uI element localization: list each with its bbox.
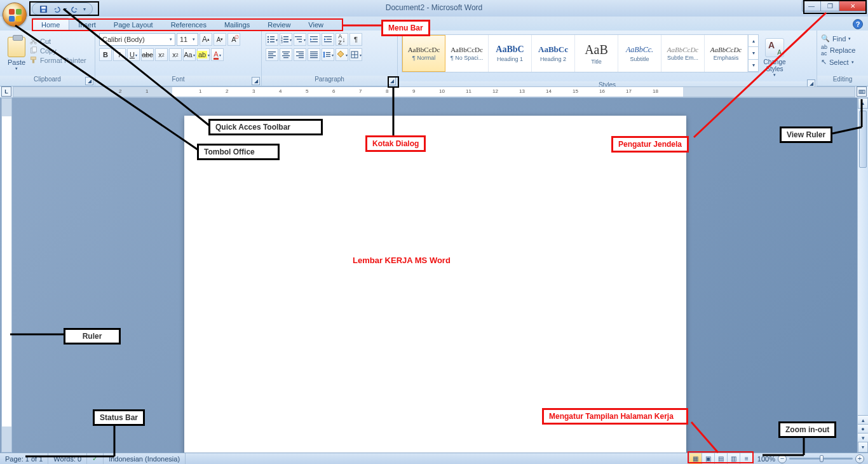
grow-font-icon[interactable]: A▴ bbox=[200, 33, 212, 46]
align-left-button[interactable] bbox=[266, 48, 278, 61]
style-subtitle[interactable]: AaBbCc.Subtitle bbox=[618, 35, 661, 72]
font-name-combo[interactable]: Calibri (Body)▾ bbox=[99, 33, 175, 46]
justify-button[interactable] bbox=[308, 48, 320, 61]
numbering-button[interactable]: 123▾ bbox=[280, 33, 292, 46]
bold-button[interactable]: B bbox=[99, 48, 112, 61]
clipboard-dialog-launcher[interactable]: ◢ bbox=[85, 77, 93, 85]
change-styles-button[interactable]: Change Styles ▾ bbox=[759, 34, 790, 78]
shading-button[interactable]: ▾ bbox=[336, 48, 348, 61]
cut-button[interactable]: Cut bbox=[29, 37, 86, 45]
styles-gallery[interactable]: AaBbCcDc¶ NormalAaBbCcDc¶ No Spaci...AaB… bbox=[402, 34, 759, 72]
scroll-up-button[interactable]: ▴ bbox=[858, 98, 868, 109]
svg-rect-7 bbox=[31, 57, 36, 60]
style---normal[interactable]: AaBbCcDc¶ Normal bbox=[402, 35, 445, 72]
show-marks-button[interactable]: ¶ bbox=[349, 33, 362, 46]
tab-mailings[interactable]: Mailings bbox=[215, 18, 259, 31]
zoom-out-button[interactable]: − bbox=[778, 454, 787, 463]
zoom-slider[interactable] bbox=[789, 458, 853, 460]
help-icon[interactable]: ? bbox=[853, 19, 863, 29]
draft-view[interactable]: ≡ bbox=[740, 453, 753, 464]
close-button[interactable]: ✕ bbox=[839, 0, 867, 11]
status-page[interactable]: Page: 1 of 1 bbox=[0, 453, 48, 464]
group-font: Calibri (Body)▾ 11▾ A▴ A▾ A∅ B I U▾ abc … bbox=[95, 31, 262, 86]
prev-page-button[interactable]: ▴ bbox=[858, 415, 868, 424]
undo-icon[interactable] bbox=[51, 4, 60, 13]
clear-formatting-icon[interactable]: A∅ bbox=[227, 33, 240, 46]
office-button[interactable] bbox=[3, 3, 27, 27]
increase-indent-button[interactable] bbox=[322, 33, 334, 46]
styles-more-button[interactable]: ▾ bbox=[749, 60, 758, 72]
decrease-indent-button[interactable] bbox=[308, 33, 320, 46]
browse-object-button[interactable]: ● bbox=[858, 424, 868, 433]
group-label-clipboard: Clipboard bbox=[34, 76, 61, 83]
styles-scroll-up[interactable]: ▴ bbox=[749, 35, 758, 47]
replace-button[interactable]: abacReplace bbox=[821, 44, 855, 57]
outline-view[interactable]: ▥ bbox=[728, 453, 740, 464]
status-proof[interactable]: ✓ bbox=[87, 453, 104, 464]
strikethrough-button[interactable]: abc bbox=[141, 48, 154, 61]
subscript-button[interactable]: x2 bbox=[155, 48, 168, 61]
next-page-button[interactable]: ▾ bbox=[858, 433, 868, 442]
format-painter-button[interactable]: Format Painter bbox=[29, 56, 86, 64]
svg-rect-26 bbox=[310, 41, 318, 42]
tab-home[interactable]: Home bbox=[32, 18, 69, 31]
web-layout-view[interactable]: ▤ bbox=[715, 453, 728, 464]
view-ruler-button[interactable] bbox=[857, 86, 867, 97]
align-right-button[interactable] bbox=[294, 48, 306, 61]
tab-references[interactable]: References bbox=[162, 18, 215, 31]
style-heading-1[interactable]: AaBbCHeading 1 bbox=[489, 35, 532, 72]
superscript-button[interactable]: x2 bbox=[169, 48, 182, 61]
paste-button[interactable]: Paste ▾ bbox=[4, 33, 29, 71]
maximize-button[interactable]: ❐ bbox=[820, 0, 839, 11]
status-language[interactable]: Indonesian (Indonesia) bbox=[104, 453, 186, 464]
group-label-font: Font bbox=[172, 76, 184, 83]
italic-button[interactable]: I bbox=[113, 48, 126, 61]
bullets-button[interactable]: ▾ bbox=[266, 33, 278, 46]
status-words[interactable]: Words: 0 bbox=[48, 453, 87, 464]
minimize-button[interactable]: — bbox=[802, 0, 821, 11]
tab-view[interactable]: View bbox=[299, 18, 332, 31]
line-spacing-button[interactable]: ▾ bbox=[322, 48, 334, 61]
style-subtle-em---[interactable]: AaBbCcDcSubtle Em... bbox=[661, 35, 705, 72]
font-color-button[interactable]: A▾ bbox=[211, 48, 224, 61]
font-dialog-launcher[interactable]: ◢ bbox=[252, 77, 260, 85]
vertical-ruler[interactable] bbox=[1, 98, 12, 453]
qat-customize-icon[interactable]: ▾ bbox=[83, 6, 86, 12]
shrink-font-icon[interactable]: A▾ bbox=[214, 33, 226, 46]
borders-button[interactable]: ▾ bbox=[349, 48, 362, 61]
print-layout-view[interactable]: ▦ bbox=[689, 453, 702, 464]
zoom-level[interactable]: 100% bbox=[757, 455, 775, 463]
window-controls: — ❐ ✕ bbox=[803, 0, 867, 11]
change-case-button[interactable]: Aa▾ bbox=[183, 48, 196, 61]
styles-scroll-down[interactable]: ▾ bbox=[749, 47, 758, 59]
redo-icon[interactable] bbox=[71, 4, 79, 13]
tab-review[interactable]: Review bbox=[259, 18, 299, 31]
ann-kotak-dialog: Kotak Dialog bbox=[365, 135, 426, 152]
tab-insert[interactable]: Insert bbox=[69, 18, 105, 31]
tab-page-layout[interactable]: Page Layout bbox=[105, 18, 162, 31]
highlight-button[interactable]: ab▾ bbox=[197, 48, 210, 61]
font-size-combo[interactable]: 11▾ bbox=[177, 33, 198, 46]
svg-rect-49 bbox=[326, 56, 330, 57]
horizontal-ruler[interactable]: 12345678910111213141516171812 bbox=[13, 86, 855, 97]
save-icon[interactable] bbox=[39, 4, 48, 13]
style-emphasis[interactable]: AaBbCcDcEmphasis bbox=[705, 35, 748, 72]
sort-button[interactable]: AZ↓ bbox=[336, 33, 348, 46]
tab-selector[interactable]: L bbox=[1, 86, 11, 97]
style-title[interactable]: AaBTitle bbox=[575, 35, 618, 72]
paragraph-dialog-launcher[interactable]: ◢ bbox=[388, 77, 396, 85]
multilevel-list-button[interactable]: ▾ bbox=[294, 33, 306, 46]
scroll-thumb[interactable] bbox=[859, 111, 867, 168]
zoom-in-button[interactable]: + bbox=[855, 454, 864, 463]
copy-button[interactable]: Copy bbox=[29, 46, 86, 55]
find-button[interactable]: 🔍Find▾ bbox=[821, 34, 855, 43]
select-button[interactable]: ↖Select▾ bbox=[821, 58, 855, 66]
align-center-button[interactable] bbox=[280, 48, 292, 61]
underline-button[interactable]: U▾ bbox=[127, 48, 140, 61]
undo-dropdown-icon[interactable]: ▾ bbox=[64, 6, 67, 12]
scroll-down-button[interactable]: ▾ bbox=[858, 442, 868, 453]
vertical-scrollbar[interactable]: ▴ ▴ ● ▾ ▾ bbox=[857, 98, 868, 453]
full-screen-view[interactable]: ▣ bbox=[702, 453, 715, 464]
style---no-spaci---[interactable]: AaBbCcDc¶ No Spaci... bbox=[445, 35, 489, 72]
style-heading-2[interactable]: AaBbCcHeading 2 bbox=[532, 35, 575, 72]
